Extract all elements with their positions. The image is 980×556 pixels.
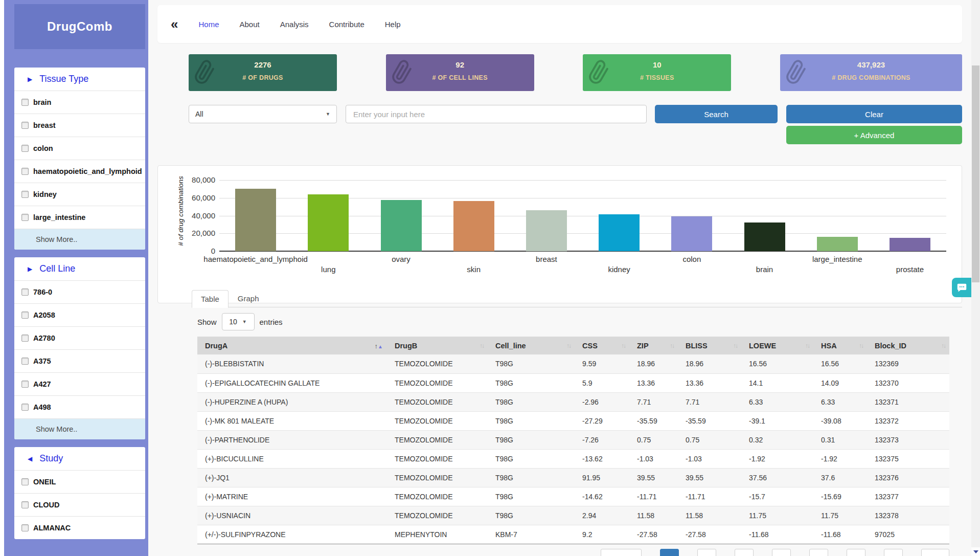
table-cell: 11.58 [629,506,678,525]
pagination-next[interactable]: Next [921,549,949,556]
pagination-page-2[interactable]: 2 [697,549,716,556]
table-cell: 9.59 [575,354,629,373]
y-tick-label: 60,000 [164,193,215,202]
checkbox[interactable] [21,99,29,106]
checkbox[interactable] [21,312,29,319]
filter-option-almanac[interactable]: ALMANAC [14,516,145,539]
column-header-block_id[interactable]: Block_ID↑↓ [867,337,949,354]
tab-table[interactable]: Table [192,290,229,308]
filter-option-haematopoietic_and_lymphoid[interactable]: haematopoietic_and_lymphoid [14,160,145,183]
filter-option-label: A427 [33,380,51,388]
nav-item-contribute[interactable]: Contribute [329,20,364,29]
table-cell: 0.75 [678,430,741,449]
filter-option-kidney[interactable]: kidney [14,183,145,206]
filter-option-a498[interactable]: A498 [14,395,145,418]
pagination-previous[interactable]: Previous [601,549,642,556]
section-header[interactable]: ◀Study [14,447,145,470]
search-category-select[interactable]: All ▼ [189,105,337,123]
tab-graph[interactable]: Graph [229,290,268,307]
checkbox[interactable] [21,501,29,508]
filter-option-oneil[interactable]: ONEIL [14,470,145,493]
bar-slots: haematopoietic_and_lymphoidlungovaryskin… [219,180,946,251]
filter-option-a2780[interactable]: A2780 [14,326,145,349]
table-cell: T98G [488,373,575,392]
scrollbar-thumb[interactable] [972,65,979,282]
table-cell: TEMOZOLOMIDE [387,411,488,430]
nav-item-analysis[interactable]: Analysis [280,20,309,29]
pagination-page-3[interactable]: 3 [735,549,754,556]
pagination-page-5[interactable]: 5 [809,549,828,556]
column-header-bliss[interactable]: BLISS↑↓ [678,337,741,354]
nav-item-home[interactable]: Home [198,20,219,29]
filter-option-a2058[interactable]: A2058 [14,303,145,326]
checkbox[interactable] [21,335,29,342]
bar-haematopoietic_and_lymphoid [235,189,276,251]
y-tick-label: 20,000 [164,229,215,237]
column-header-css[interactable]: CSS↑↓ [575,337,629,354]
filter-option-cloud[interactable]: CLOUD [14,493,145,516]
checkbox[interactable] [21,404,29,411]
sort-icon: ↑↓ [805,342,809,349]
checkbox[interactable] [21,524,29,531]
section-header[interactable]: ▶Cell Line [14,257,145,280]
filter-option-a375[interactable]: A375 [14,349,145,372]
section-header[interactable]: ▶Tissue Type [14,68,145,91]
column-header-hsa[interactable]: HSA↑↓ [813,337,867,354]
sidebar-collapse-icon[interactable]: « [171,17,178,31]
table-cell: 132369 [867,354,949,373]
checkbox[interactable] [21,191,29,198]
bar-breast [526,210,567,251]
checkbox[interactable] [21,145,29,152]
column-header-druga[interactable]: DrugA↑▲ [197,337,387,354]
entries-select[interactable]: 10 ▼ [222,313,255,330]
clear-button[interactable]: Clear [786,105,962,123]
filter-option-colon[interactable]: colon [14,137,145,160]
tissue-bar-chart: # of drug combinations 020,00040,00060,0… [157,165,962,303]
filter-option-label: kidney [33,190,57,198]
show-more-button[interactable]: Show More.. [14,418,145,439]
search-input[interactable] [346,105,647,123]
filter-option-large_intestine[interactable]: large_intestine [14,206,145,229]
table-cell: 37.56 [741,468,813,487]
paperclip-icon [387,58,416,86]
checkbox[interactable] [21,214,29,221]
show-more-button[interactable]: Show More.. [14,229,145,250]
checkbox[interactable] [21,478,29,485]
checkbox[interactable] [21,381,29,388]
column-header-cell_line[interactable]: Cell_line↑↓ [488,337,575,354]
search-button[interactable]: Search [655,105,778,123]
column-header-loewe[interactable]: LOEWE↑↓ [741,337,813,354]
checkbox[interactable] [21,288,29,296]
column-header-drugb[interactable]: DrugB↑↓ [387,337,488,354]
table-cell: (+)-JQ1 [197,468,387,487]
chat-bubble-icon [956,282,967,293]
nav-item-help[interactable]: Help [385,20,401,29]
sidebar-filter-sections: ▶Tissue Typebrainbreastcolonhaematopoiet… [14,68,145,547]
result-tabs: TableGraph [192,290,962,307]
pagination-page-6[interactable]: 6 [847,549,865,556]
scrollbar-down-arrow[interactable] [971,547,980,556]
table-cell: KBM-7 [488,525,575,544]
table-cell: 132375 [867,449,949,468]
filter-option-label: ALMANAC [33,524,71,532]
filter-option-a427[interactable]: A427 [14,372,145,395]
table-cell: 16.56 [813,354,867,373]
page-scrollbar[interactable] [971,0,980,556]
checkbox[interactable] [21,122,29,129]
pagination-page-4[interactable]: 4 [772,549,791,556]
advanced-button[interactable]: + Advanced [786,126,962,144]
chat-widget-button[interactable] [952,278,971,297]
checkbox[interactable] [21,168,29,175]
nav-item-about[interactable]: About [239,20,259,29]
column-header-zip[interactable]: ZIP↑↓ [629,337,678,354]
pagination-page-7[interactable]: 7 [884,549,903,556]
filter-option-786-0[interactable]: 786-0 [14,280,145,303]
table-cell: -2.96 [575,392,629,411]
bar-brain [744,223,785,251]
checkbox[interactable] [21,358,29,365]
sort-icon: ↑↓ [670,342,674,349]
filter-option-breast[interactable]: breast [14,114,145,137]
filter-option-brain[interactable]: brain [14,91,145,114]
pagination-page-1[interactable]: 1 [660,549,679,556]
table-cell: 91.95 [575,468,629,487]
